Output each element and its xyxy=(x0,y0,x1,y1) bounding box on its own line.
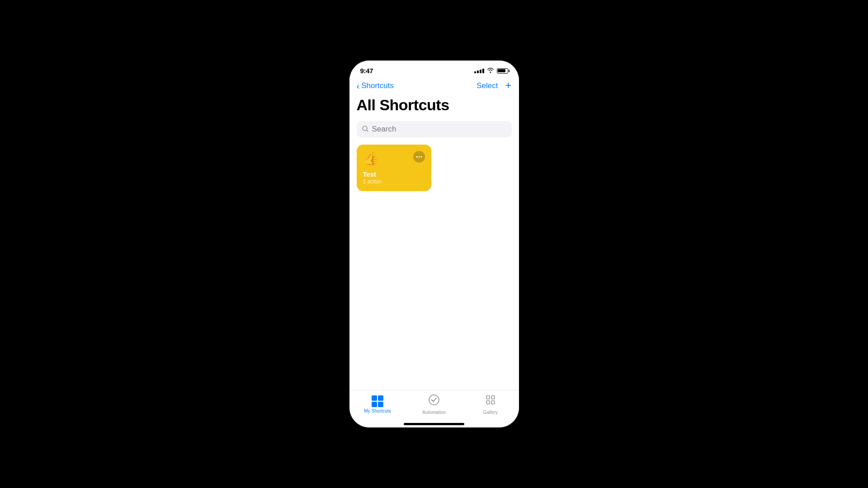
svg-point-4 xyxy=(421,156,422,158)
home-indicator xyxy=(349,424,519,427)
my-shortcuts-icon xyxy=(372,395,383,407)
signal-icon xyxy=(474,69,484,73)
shortcut-thumbs-up-icon: 👍 xyxy=(363,151,379,166)
wifi-icon xyxy=(487,67,494,74)
automation-icon xyxy=(428,394,440,408)
tab-automation-label: Automation xyxy=(422,410,446,415)
back-label: Shortcuts xyxy=(361,81,394,90)
tab-my-shortcuts[interactable]: My Shortcuts xyxy=(349,395,406,413)
shortcut-card-test[interactable]: 👍 Test 1 action xyxy=(357,145,432,191)
svg-rect-9 xyxy=(491,401,495,404)
svg-rect-8 xyxy=(486,401,490,404)
shortcut-menu-button[interactable] xyxy=(413,151,425,163)
nav-actions: Select + xyxy=(476,81,511,91)
home-bar xyxy=(404,423,464,425)
battery-icon xyxy=(497,68,508,74)
svg-point-5 xyxy=(429,395,439,405)
tab-gallery[interactable]: Gallery xyxy=(462,394,519,415)
tab-automation[interactable]: Automation xyxy=(406,394,462,415)
svg-point-2 xyxy=(416,156,418,158)
tab-my-shortcuts-label: My Shortcuts xyxy=(364,408,391,413)
select-button[interactable]: Select xyxy=(476,81,498,90)
shortcut-name: Test xyxy=(363,170,425,178)
phone-frame: 9:47 ‹ xyxy=(349,61,519,427)
tab-gallery-label: Gallery xyxy=(483,410,498,415)
back-chevron-icon: ‹ xyxy=(357,81,360,90)
back-button[interactable]: ‹ Shortcuts xyxy=(357,81,394,90)
status-icons xyxy=(474,67,508,74)
search-input[interactable] xyxy=(372,125,506,134)
gallery-icon xyxy=(485,394,496,408)
shortcut-actions-count: 1 action xyxy=(363,178,425,185)
svg-line-1 xyxy=(367,130,368,131)
status-time: 9:47 xyxy=(360,67,373,75)
svg-rect-7 xyxy=(491,396,495,399)
add-button[interactable]: + xyxy=(505,80,511,91)
main-content: All Shortcuts 👍 xyxy=(349,93,519,390)
page-title: All Shortcuts xyxy=(357,96,512,114)
svg-point-3 xyxy=(419,156,420,158)
nav-bar: ‹ Shortcuts Select + xyxy=(349,77,519,93)
search-icon xyxy=(362,126,368,133)
status-bar: 9:47 xyxy=(349,61,519,77)
svg-rect-6 xyxy=(486,396,490,399)
search-bar[interactable] xyxy=(357,121,512,137)
tab-bar: My Shortcuts Automation Ga xyxy=(349,390,519,424)
shortcuts-grid: 👍 Test 1 action xyxy=(357,145,512,198)
